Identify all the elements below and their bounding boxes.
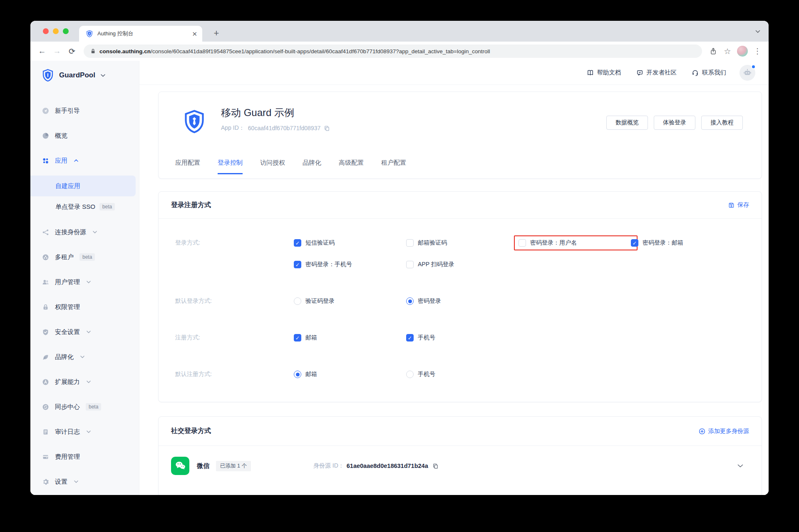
checkbox-app-scan-login[interactable]: APP 扫码登录 — [406, 259, 519, 270]
checkbox-checked-icon[interactable]: ✓ — [294, 239, 301, 247]
checkbox-register-phone[interactable]: ✓ 手机号 — [406, 332, 519, 344]
radio-default-register-phone[interactable]: 手机号 — [406, 369, 519, 380]
reload-button[interactable]: ⟳ — [65, 45, 79, 58]
user-avatar[interactable] — [739, 65, 755, 81]
tab-app-config[interactable]: 应用配置 — [175, 159, 200, 174]
sidebar-item-audit-logs[interactable]: 审计日志 — [30, 419, 139, 444]
browser-tab[interactable]: Authing 控制台 ✕ — [79, 26, 202, 42]
sidebar-item-branding[interactable]: 品牌化 — [30, 344, 139, 369]
book-icon — [587, 69, 594, 76]
login-methods-row: 登录方式: ✓ 短信验证码 邮箱验证码 — [175, 237, 762, 270]
browser-menu-icon[interactable]: ⋮ — [751, 45, 764, 57]
tab-access-auth[interactable]: 访问授权 — [260, 159, 285, 174]
bookmark-star-icon[interactable]: ☆ — [721, 45, 734, 57]
sidebar-item-overview[interactable]: 概览 — [30, 123, 139, 148]
data-overview-button[interactable]: 数据概览 — [606, 116, 648, 130]
chevron-down-icon — [74, 480, 78, 483]
sidebar-subitem-sso[interactable]: 单点登录 SSO beta — [30, 196, 136, 217]
guardpool-logo-icon — [41, 69, 55, 82]
try-login-button[interactable]: 体验登录 — [654, 116, 695, 130]
favicon-shield-icon — [86, 30, 93, 37]
copy-icon[interactable] — [432, 463, 439, 469]
save-floppy-icon — [728, 202, 734, 208]
radio-unselected-icon[interactable] — [294, 297, 301, 305]
radio-unselected-icon[interactable] — [406, 371, 414, 378]
checkbox-checked-icon[interactable]: ✓ — [294, 261, 301, 268]
checkbox-email-code[interactable]: 邮箱验证码 — [406, 237, 519, 249]
maximize-window-button[interactable] — [63, 28, 69, 34]
sidebar-item-billing[interactable]: 费用管理 — [30, 444, 139, 469]
share-icon[interactable] — [707, 45, 720, 57]
idp-id-label: 身份源 ID： — [313, 462, 344, 470]
integration-tutorial-button[interactable]: 接入教程 — [701, 116, 743, 130]
url-bar[interactable]: console.authing.cn/console/60caaf41da89f… — [84, 45, 702, 58]
radio-default-register-email[interactable]: 邮箱 — [294, 369, 406, 380]
tab-tenant-config[interactable]: 租户配置 — [381, 159, 406, 174]
new-tab-button[interactable]: + — [210, 27, 223, 40]
help-docs-link[interactable]: 帮助文档 — [587, 69, 621, 77]
checkbox-checked-icon[interactable]: ✓ — [631, 239, 638, 247]
close-window-button[interactable] — [43, 28, 49, 34]
chevron-down-icon — [87, 281, 91, 283]
register-methods-label: 注册方式: — [175, 332, 294, 344]
tab-close-icon[interactable]: ✕ — [192, 31, 197, 37]
sidebar-item-identity-sources[interactable]: 连接身份源 — [30, 220, 139, 245]
sidebar-item-security-settings[interactable]: 安全设置 — [30, 319, 139, 344]
tab-advanced-config[interactable]: 高级配置 — [339, 159, 364, 174]
added-count-badge: 已添加 1 个 — [216, 461, 251, 471]
forward-button[interactable]: → — [50, 45, 64, 58]
radio-code-login[interactable]: 验证码登录 — [294, 295, 406, 307]
wechat-icon — [171, 457, 189, 475]
sidebar-item-sync-center[interactable]: 同步中心 beta — [30, 394, 139, 419]
chevron-up-icon — [74, 159, 78, 162]
audit-log-icon — [42, 428, 49, 435]
add-identity-source-link[interactable]: 添加更多身份源 — [699, 428, 749, 435]
tab-login-control[interactable]: 登录控制 — [218, 159, 243, 174]
contact-us-link[interactable]: 联系我们 — [692, 69, 726, 77]
back-button[interactable]: ← — [35, 45, 49, 58]
url-text: console.authing.cn/console/60caaf41da89f… — [99, 48, 490, 54]
developer-community-link[interactable]: 开发者社区 — [636, 69, 677, 77]
checkbox-unchecked-icon[interactable] — [406, 239, 414, 247]
copy-icon[interactable] — [324, 125, 330, 131]
checkbox-unchecked-icon[interactable] — [519, 239, 526, 247]
sidebar-item-extensions[interactable]: 扩展能力 — [30, 369, 139, 394]
sidebar-item-multi-tenant[interactable]: 多租户 beta — [30, 245, 139, 270]
sidebar-subitem-self-built-apps[interactable]: 自建应用 — [30, 176, 136, 196]
checkbox-unchecked-icon[interactable] — [406, 261, 414, 268]
sidebar-item-guide[interactable]: 新手引导 — [30, 98, 139, 123]
radio-selected-icon[interactable] — [294, 371, 301, 378]
radio-selected-icon[interactable] — [406, 297, 414, 305]
checkbox-password-phone[interactable]: ✓ 密码登录：手机号 — [294, 259, 406, 270]
gear-icon — [42, 478, 49, 485]
sidebar-item-permissions[interactable]: 权限管理 — [30, 294, 139, 319]
tab-search-chevron-icon[interactable] — [755, 27, 760, 35]
checkbox-register-email[interactable]: ✓ 邮箱 — [294, 332, 406, 344]
chat-icon — [636, 69, 643, 76]
chevron-down-icon — [87, 331, 91, 333]
sidebar-item-user-management[interactable]: 用户管理 — [30, 270, 139, 294]
checkbox-checked-icon[interactable]: ✓ — [406, 334, 414, 341]
radio-password-login[interactable]: 密码登录 — [406, 295, 519, 307]
page-title: 移动 Guard 示例 — [221, 106, 330, 119]
applications-submenu: 自建应用 单点登录 SSO beta — [30, 176, 139, 217]
tab-title: Authing 控制台 — [97, 30, 188, 37]
sidebar-menu: 新手引导 概览 应用 自建应用 单点登录 SSO — [30, 90, 139, 494]
checkbox-password-username-highlighted[interactable]: 密码登录：用户名 — [514, 235, 638, 250]
tab-branding[interactable]: 品牌化 — [303, 159, 321, 174]
sync-icon — [42, 403, 49, 411]
save-button[interactable]: 保存 — [728, 201, 749, 209]
minimize-window-button[interactable] — [53, 28, 59, 34]
default-register-label: 默认注册方式: — [175, 369, 294, 380]
app-id-value: 60caaf41df670b771fd08937 — [248, 125, 320, 131]
sidebar-item-applications[interactable]: 应用 — [30, 148, 139, 173]
sidebar: GuardPool 新手引导 概览 应用 — [30, 61, 139, 495]
wechat-identity-row[interactable]: 微信 已添加 1 个 身份源 ID： 61ae0aae8d0e18631d71b… — [159, 446, 762, 485]
browser-profile-avatar[interactable] — [737, 46, 748, 57]
checkbox-checked-icon[interactable]: ✓ — [294, 334, 301, 341]
sidebar-item-settings[interactable]: 设置 — [30, 469, 139, 494]
checkbox-sms-code[interactable]: ✓ 短信验证码 — [294, 237, 406, 249]
checkbox-password-email[interactable]: ✓ 密码登录：邮箱 — [631, 237, 743, 249]
expand-chevron-down-icon[interactable] — [737, 464, 743, 468]
workspace-switcher[interactable]: GuardPool — [30, 61, 139, 90]
